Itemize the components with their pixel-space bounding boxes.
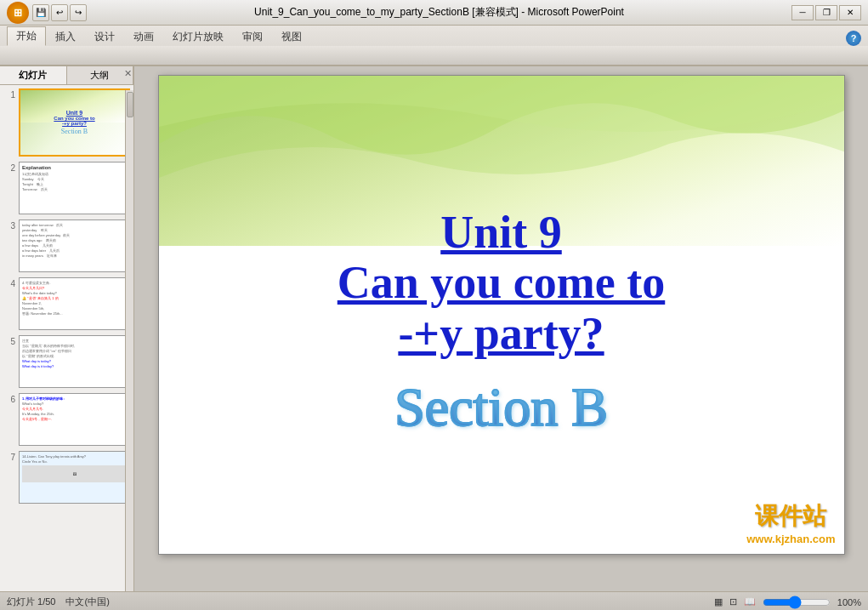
- minimize-button[interactable]: ─: [791, 5, 814, 20]
- view-normal-icon[interactable]: ▦: [714, 596, 723, 607]
- slide-section-title: Section B: [394, 376, 608, 439]
- watermark: 课件站 www.kjzhan.com: [746, 500, 835, 545]
- list-item[interactable]: 1 Unit 9 Can you come to -+y party? Sect…: [3, 88, 130, 157]
- slide-thumbnail[interactable]: 注意 当以 "星期几" 表示的特殊节假日时, 后边通常要用介词 "on" 但节假…: [19, 335, 130, 388]
- tab-review[interactable]: 审阅: [233, 27, 272, 46]
- watermark-text-chinese: 课件站: [755, 500, 826, 533]
- slide-thumbnail[interactable]: Explanation 1.记忆单词及短语 Sunday 今天 Tonight …: [19, 162, 130, 214]
- undo-button[interactable]: ↩: [51, 4, 68, 21]
- close-button[interactable]: ✕: [839, 5, 861, 20]
- zoom-slider[interactable]: [763, 596, 831, 609]
- main-area: 幻灯片 大纲 ✕ 1 Unit 9 Can you come to -+y pa…: [0, 66, 868, 591]
- list-item[interactable]: 3 today after tomorrow 后天 yesterday 昨天 o…: [3, 219, 130, 272]
- language-status: 中文(中国): [65, 596, 109, 608]
- zoom-level: 100%: [837, 597, 861, 607]
- slide-number: 4: [3, 279, 15, 288]
- slide-number: 1: [3, 90, 15, 100]
- help-icon[interactable]: ?: [846, 31, 861, 46]
- tab-design[interactable]: 设计: [85, 27, 124, 46]
- slide-number: 7: [3, 453, 15, 462]
- tab-slideshow[interactable]: 幻灯片放映: [163, 27, 233, 46]
- list-item[interactable]: 4 4. 可爱温柔女主角. 令天几月几日? What's the date to…: [3, 277, 130, 330]
- restore-button[interactable]: ❐: [815, 5, 837, 20]
- scrollbar[interactable]: [125, 90, 133, 591]
- slide-canvas: Unit 9 Can you come to -+y party? Sectio…: [158, 75, 845, 555]
- slide-title-line3: -+y party?: [398, 309, 604, 359]
- view-slide-icon[interactable]: ⊡: [729, 596, 737, 607]
- title-bar: ⊞ 💾 ↩ ↪ Unit_9_Can_you_come_to_my_party_…: [0, 0, 868, 26]
- slide-number: 2: [3, 163, 15, 173]
- tab-home[interactable]: 开始: [7, 26, 46, 46]
- slide-count-status: 幻灯片 1/50: [7, 596, 55, 608]
- help-button[interactable]: ?: [846, 31, 861, 46]
- window-title: Unit_9_Can_you_come_to_my_party_SectionB…: [87, 5, 791, 20]
- slide-thumbnail[interactable]: 1. 用对儿子答对班级的妙味: What's today? 今天几月几号. It…: [19, 393, 130, 446]
- list-item[interactable]: 5 注意 当以 "星期几" 表示的特殊节假日时, 后边通常要用介词 "on" 但…: [3, 335, 130, 388]
- slide-thumbnail[interactable]: 14-Listen. Can Tony play tennis with Amy…: [19, 451, 130, 504]
- watermark-text-url: www.kjzhan.com: [746, 533, 835, 545]
- list-item[interactable]: 7 14-Listen. Can Tony play tennis with A…: [3, 451, 130, 504]
- panel-close-button[interactable]: ✕: [124, 68, 132, 79]
- slide-title-line2: Can you come to: [338, 258, 665, 308]
- status-right: ▦ ⊡ 📖 100%: [714, 596, 861, 609]
- slide-main: Unit 9 Can you come to -+y party? Sectio…: [134, 66, 868, 591]
- list-item[interactable]: 6 1. 用对儿子答对班级的妙味: What's today? 今天几月几号. …: [3, 393, 130, 446]
- slide-content: Unit 9 Can you come to -+y party? Sectio…: [159, 76, 844, 554]
- office-button[interactable]: ⊞: [7, 2, 29, 24]
- slide-panel-tabs: 幻灯片 大纲 ✕: [0, 66, 133, 85]
- slide-thumbnail[interactable]: Unit 9 Can you come to -+y party? Sectio…: [19, 88, 130, 157]
- slide-number: 3: [3, 221, 15, 231]
- scroll-thumb[interactable]: [127, 92, 133, 117]
- slide-thumbnail[interactable]: 4. 可爱温柔女主角. 令天几月几日? What's the date toda…: [19, 277, 130, 330]
- slide-number: 6: [3, 395, 15, 404]
- ribbon-content: [0, 46, 868, 65]
- redo-button[interactable]: ↪: [70, 4, 87, 21]
- slide-number: 5: [3, 337, 15, 346]
- status-bar: 幻灯片 1/50 中文(中国) ▦ ⊡ 📖 100%: [0, 591, 868, 610]
- tab-view[interactable]: 视图: [272, 27, 311, 46]
- slide-list[interactable]: 1 Unit 9 Can you come to -+y party? Sect…: [0, 85, 133, 591]
- tab-animation[interactable]: 动画: [124, 27, 163, 46]
- save-button[interactable]: 💾: [32, 4, 49, 21]
- ribbon: 开始 插入 设计 动画 幻灯片放映 审阅 视图 ?: [0, 26, 868, 66]
- window-controls: ─ ❐ ✕: [791, 5, 861, 20]
- slide-panel: 幻灯片 大纲 ✕ 1 Unit 9 Can you come to -+y pa…: [0, 66, 134, 591]
- tab-slides[interactable]: 幻灯片: [0, 66, 67, 84]
- ribbon-tabs: 开始 插入 设计 动画 幻灯片放映 审阅 视图 ?: [0, 26, 868, 46]
- title-bar-left: ⊞ 💾 ↩ ↪: [7, 2, 87, 24]
- view-reading-icon[interactable]: 📖: [744, 596, 756, 607]
- list-item[interactable]: 2 Explanation 1.记忆单词及短语 Sunday 今天 Tonigh…: [3, 162, 130, 214]
- status-left: 幻灯片 1/50 中文(中国): [7, 596, 110, 608]
- slide-thumbnail[interactable]: today after tomorrow 后天 yesterday 昨天 one…: [19, 219, 130, 272]
- quick-access-toolbar: 💾 ↩ ↪: [32, 4, 87, 21]
- slide-title-unit: Unit 9: [440, 208, 562, 258]
- tab-insert[interactable]: 插入: [46, 27, 85, 46]
